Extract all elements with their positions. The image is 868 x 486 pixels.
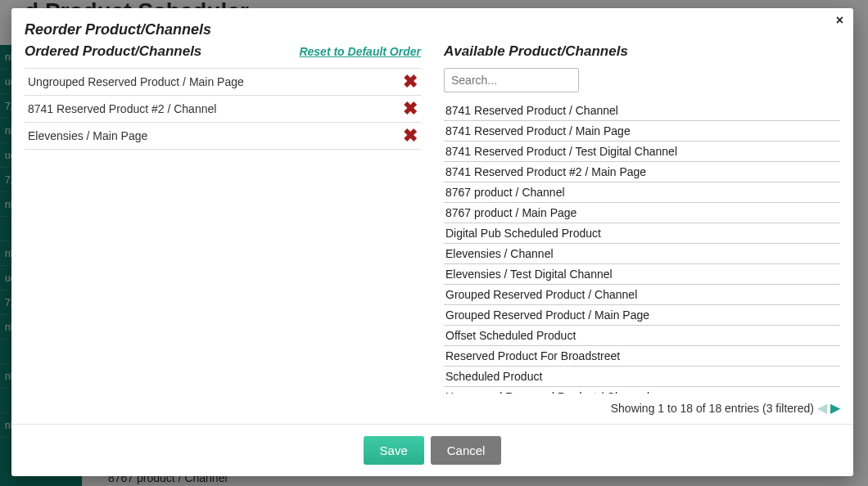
available-item[interactable]: 8767 product / Channel <box>444 182 840 203</box>
remove-icon[interactable]: ✖ <box>403 100 418 118</box>
available-item[interactable]: Digital Pub Scheduled Product <box>444 223 840 244</box>
pager-prev-icon: ◀ <box>817 400 827 416</box>
search-wrap <box>444 68 840 92</box>
available-item[interactable]: Scheduled Product <box>444 367 840 387</box>
ordered-item[interactable]: Ungrouped Reserved Product / Main Page ✖ <box>25 68 421 96</box>
pager-text: Showing 1 to 18 of 18 entries (3 filtere… <box>611 402 814 415</box>
available-item[interactable]: Elevensies / Test Digital Channel <box>444 264 840 285</box>
ordered-item-label: Elevensies / Main Page <box>28 129 147 142</box>
available-item[interactable]: Grouped Reserved Product / Main Page <box>444 305 840 326</box>
available-column: Available Product/Channels 8741 Reserved… <box>444 43 840 416</box>
available-item[interactable]: Grouped Reserved Product / Channel <box>444 285 840 305</box>
ordered-item[interactable]: 8741 Reserved Product #2 / Channel ✖ <box>25 96 421 123</box>
search-input[interactable] <box>444 68 579 92</box>
modal-body: Ordered Product/Channels Reset to Defaul… <box>11 43 853 424</box>
pager: Showing 1 to 18 of 18 entries (3 filtere… <box>444 394 840 416</box>
available-item[interactable]: Offset Scheduled Product <box>444 326 840 346</box>
ordered-item-label: 8741 Reserved Product #2 / Channel <box>28 102 216 115</box>
pager-next-icon[interactable]: ▶ <box>830 400 840 416</box>
modal-footer: Save Cancel <box>11 424 853 476</box>
save-button[interactable]: Save <box>364 436 424 465</box>
ordered-list: Ungrouped Reserved Product / Main Page ✖… <box>25 68 421 150</box>
available-title: Available Product/Channels <box>444 43 628 60</box>
reset-link[interactable]: Reset to Default Order <box>299 45 421 58</box>
ordered-title: Ordered Product/Channels <box>25 43 201 60</box>
remove-icon[interactable]: ✖ <box>403 73 418 91</box>
reorder-modal: × Reorder Product/Channels Ordered Produ… <box>11 8 853 476</box>
ordered-item-label: Ungrouped Reserved Product / Main Page <box>28 75 244 88</box>
cancel-button[interactable]: Cancel <box>431 436 502 465</box>
available-item[interactable]: 8741 Reserved Product / Test Digital Cha… <box>444 142 840 162</box>
close-icon[interactable]: × <box>836 13 843 28</box>
available-item[interactable]: 8741 Reserved Product / Main Page <box>444 121 840 142</box>
available-item[interactable]: 8741 Reserved Product / Channel <box>444 101 840 121</box>
available-list: 8741 Reserved Product / Channel 8741 Res… <box>444 101 840 394</box>
available-item[interactable]: Reserved Product For Broadstreet <box>444 346 840 367</box>
available-item[interactable]: Elevensies / Channel <box>444 244 840 264</box>
available-item[interactable]: 8741 Reserved Product #2 / Main Page <box>444 162 840 182</box>
ordered-item[interactable]: Elevensies / Main Page ✖ <box>25 123 421 150</box>
available-item[interactable]: 8767 product / Main Page <box>444 203 840 223</box>
available-item[interactable]: Ungrouped Reserved Product / Channel <box>444 387 840 394</box>
ordered-column: Ordered Product/Channels Reset to Defaul… <box>25 43 421 416</box>
modal-title: Reorder Product/Channels <box>11 8 853 43</box>
remove-icon[interactable]: ✖ <box>403 127 418 145</box>
